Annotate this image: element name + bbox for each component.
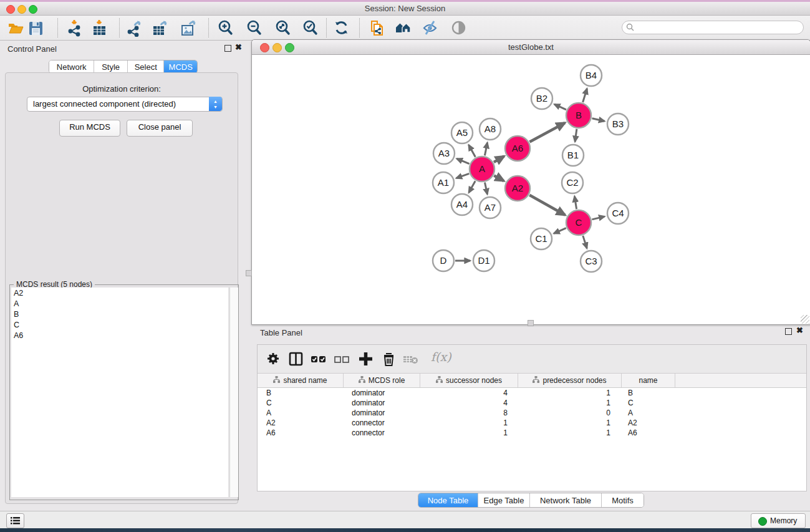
table-cell[interactable]: A bbox=[619, 408, 672, 418]
table-cell[interactable]: A bbox=[258, 408, 343, 418]
column-header-name[interactable]: name bbox=[622, 374, 675, 387]
graph-edge-B-B2[interactable] bbox=[554, 104, 566, 110]
graph-node-B4[interactable]: B4 bbox=[581, 65, 602, 86]
column-header-MCDS-role[interactable]: MCDS role bbox=[344, 374, 420, 387]
tab-select[interactable]: Select bbox=[128, 60, 165, 73]
graph-node-B1[interactable]: B1 bbox=[562, 145, 584, 166]
zoom-selected-icon[interactable] bbox=[302, 19, 319, 37]
graph-node-C[interactable]: C bbox=[566, 210, 591, 235]
graph-node-A6[interactable]: A6 bbox=[505, 136, 530, 161]
graph-node-A7[interactable]: A7 bbox=[480, 197, 501, 218]
graph-node-C1[interactable]: C1 bbox=[531, 228, 552, 249]
app-titlebar[interactable]: Session: New Session bbox=[0, 2, 810, 16]
graph-edge-C-C3[interactable] bbox=[583, 236, 587, 248]
table-cell[interactable]: 0 bbox=[516, 408, 619, 418]
network-overview-icon[interactable] bbox=[395, 19, 412, 37]
table-cell[interactable]: connector bbox=[343, 428, 419, 438]
table-row[interactable]: Cdominator41C bbox=[258, 398, 806, 408]
refresh-icon[interactable] bbox=[333, 19, 350, 37]
criterion-dropdown[interactable]: largest connected component (directed) ▲… bbox=[27, 97, 223, 112]
duplicate-network-icon[interactable] bbox=[369, 19, 386, 37]
zoom-fit-icon[interactable] bbox=[274, 19, 292, 37]
tab-node-table[interactable]: Node Table bbox=[418, 493, 478, 507]
graph-node-A4[interactable]: A4 bbox=[451, 194, 473, 215]
table-cell[interactable]: dominator bbox=[343, 388, 419, 398]
graph-edge-B-B3[interactable] bbox=[592, 118, 605, 121]
mcds-result-item[interactable]: C bbox=[11, 319, 228, 330]
delete-table-icon[interactable] bbox=[402, 351, 420, 368]
graph-edge-A-A2[interactable] bbox=[494, 176, 504, 181]
zoom-in-icon[interactable] bbox=[217, 19, 234, 37]
window-resize-grip[interactable] bbox=[801, 315, 809, 324]
table-cell[interactable]: connector bbox=[343, 418, 419, 428]
table-cell[interactable]: 4 bbox=[419, 398, 516, 408]
graph-edge-C-C4[interactable] bbox=[592, 216, 604, 220]
memory-button[interactable]: Memory bbox=[751, 513, 806, 528]
table-cell[interactable]: 4 bbox=[419, 388, 516, 398]
add-column-icon[interactable] bbox=[357, 351, 375, 368]
tab-mcds[interactable]: MCDS bbox=[164, 60, 197, 73]
save-session-icon[interactable] bbox=[27, 19, 45, 37]
select-all-columns-icon[interactable] bbox=[310, 351, 327, 368]
graph-node-D1[interactable]: D1 bbox=[473, 250, 494, 271]
close-table-panel-icon[interactable]: ✖ bbox=[796, 327, 804, 334]
mcds-result-item[interactable]: A6 bbox=[11, 330, 228, 341]
graph-node-A2[interactable]: A2 bbox=[505, 176, 530, 201]
close-panel-icon[interactable]: ✖ bbox=[235, 44, 243, 51]
float-panel-icon[interactable] bbox=[224, 45, 232, 52]
mcds-result-item[interactable]: B bbox=[11, 309, 228, 319]
show-graphics-details-icon[interactable] bbox=[450, 19, 468, 37]
search-field[interactable] bbox=[622, 21, 804, 34]
graph-edge-A-A5[interactable] bbox=[469, 145, 476, 157]
table-row[interactable]: A2connector11A2 bbox=[258, 418, 806, 428]
table-row[interactable]: Adominator80A bbox=[258, 408, 806, 418]
search-input[interactable] bbox=[637, 22, 801, 33]
network-window-titlebar[interactable]: testGlobe.txt bbox=[252, 40, 810, 55]
graph-node-A3[interactable]: A3 bbox=[433, 143, 455, 164]
zoom-out-icon[interactable] bbox=[246, 19, 263, 37]
mcds-result-item[interactable]: A2 bbox=[11, 288, 228, 298]
graph-node-A[interactable]: A bbox=[470, 157, 494, 181]
graph-node-C2[interactable]: C2 bbox=[562, 172, 583, 193]
graph-node-D[interactable]: D bbox=[433, 250, 454, 271]
tab-network[interactable]: Network bbox=[49, 60, 94, 73]
table-cell[interactable]: A2 bbox=[619, 418, 672, 428]
graph-edge-C-C2[interactable] bbox=[574, 196, 576, 210]
tab-edge-table[interactable]: Edge Table bbox=[478, 493, 530, 507]
table-cell[interactable]: B bbox=[619, 388, 672, 398]
graph-edge-A2-C[interactable] bbox=[529, 195, 565, 215]
function-builder-icon[interactable]: f(x) bbox=[431, 350, 451, 364]
vertical-splitter-handle[interactable] bbox=[246, 270, 252, 276]
table-settings-icon[interactable] bbox=[265, 351, 282, 368]
table-cell[interactable]: 1 bbox=[516, 418, 619, 428]
graph-edge-A-A1[interactable] bbox=[456, 173, 470, 178]
graph-edge-A-A6[interactable] bbox=[494, 157, 504, 163]
import-network-icon[interactable] bbox=[66, 19, 84, 37]
mcds-list-scrollbar[interactable] bbox=[229, 288, 238, 497]
table-row[interactable]: Bdominator41B bbox=[258, 388, 806, 398]
table-cell[interactable]: A6 bbox=[258, 428, 343, 438]
show-columns-icon[interactable] bbox=[287, 351, 305, 368]
table-cell[interactable]: 1 bbox=[516, 398, 619, 408]
table-row[interactable]: A6connector11A6 bbox=[258, 428, 806, 438]
table-cell[interactable]: C bbox=[258, 398, 343, 408]
network-view-window[interactable]: testGlobe.txt AA1A2A3A4A5A6A7A8BB1B2B3B4… bbox=[251, 39, 810, 325]
graph-node-C4[interactable]: C4 bbox=[607, 203, 629, 224]
column-header-predecessor-nodes[interactable]: predecessor nodes bbox=[518, 374, 622, 387]
mcds-result-item[interactable]: A bbox=[11, 298, 228, 309]
run-mcds-button[interactable]: Run MCDS bbox=[59, 120, 120, 137]
open-file-icon[interactable] bbox=[7, 19, 24, 37]
graph-edge-B-B1[interactable] bbox=[575, 129, 577, 142]
column-header-shared-name[interactable]: shared name bbox=[258, 374, 344, 387]
tab-style[interactable]: Style bbox=[94, 60, 128, 73]
export-table-icon[interactable] bbox=[152, 19, 169, 37]
graph-node-B[interactable]: B bbox=[566, 103, 591, 128]
graph-node-A8[interactable]: A8 bbox=[480, 118, 501, 140]
graph-edge-A-A7[interactable] bbox=[485, 183, 488, 195]
table-cell[interactable]: A2 bbox=[258, 418, 343, 428]
graph-edge-A6-B[interactable] bbox=[529, 123, 565, 142]
table-cell[interactable]: 1 bbox=[419, 418, 516, 428]
delete-columns-icon[interactable] bbox=[380, 351, 398, 368]
graph-node-A5[interactable]: A5 bbox=[451, 122, 473, 143]
table-cell[interactable]: dominator bbox=[343, 398, 419, 408]
